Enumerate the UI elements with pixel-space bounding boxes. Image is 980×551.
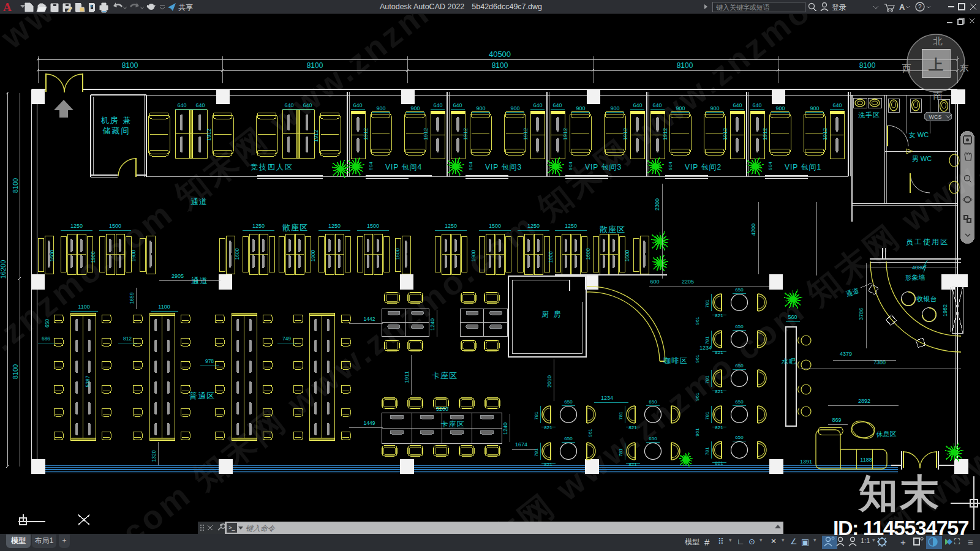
svg-text:640: 640 [177,102,186,108]
svg-text:640: 640 [303,102,312,108]
svg-text:1912: 1912 [313,130,319,142]
svg-text:686: 686 [42,335,50,342]
svg-text:8100: 8100 [307,61,323,70]
svg-text:散座区: 散座区 [599,225,625,234]
svg-text:900: 900 [676,105,685,111]
svg-text:560: 560 [788,314,797,320]
svg-text:640: 640 [752,102,761,108]
svg-text:900: 900 [610,105,619,111]
svg-text:共享: 共享 [178,3,193,12]
svg-text:900: 900 [476,105,485,111]
svg-text:北: 北 [933,36,943,46]
svg-text:8100: 8100 [492,61,508,70]
svg-text:40500: 40500 [489,50,511,59]
svg-text:东: 东 [960,62,969,73]
svg-text:1188: 1188 [860,457,872,463]
svg-text:1250: 1250 [252,223,265,229]
svg-text:1912: 1912 [762,128,768,140]
svg-text:1912: 1912 [562,128,568,140]
svg-text:咖啡区: 咖啡区 [664,356,688,365]
svg-text:2010: 2010 [546,375,552,388]
svg-text:640: 640 [652,102,662,108]
svg-text:1900: 1900 [310,250,316,261]
svg-text:640: 640 [733,102,742,108]
svg-text:650: 650 [649,399,657,405]
svg-text:1240: 1240 [429,318,435,331]
svg-text:竞技四人区: 竞技四人区 [251,163,293,171]
svg-text:640: 640 [832,102,842,108]
svg-text:2205: 2205 [682,279,694,285]
svg-text:900: 900 [510,105,519,111]
svg-text:749: 749 [282,335,291,342]
svg-text:1100: 1100 [158,304,170,310]
svg-text:知末网 www.znzmo.com 知末网 www.znzm: 知末网 www.znzmo.com 知末网 www.znzmo.com 知末网 … [0,0,889,551]
svg-text:1442: 1442 [364,316,375,322]
svg-text:812: 812 [123,335,132,342]
svg-text:961: 961 [695,317,700,325]
svg-text:978: 978 [205,358,214,364]
svg-text:1600: 1600 [234,248,240,260]
svg-text:?: ? [918,4,922,10]
svg-text:VIP 包间3: VIP 包间3 [585,163,622,171]
svg-text:904: 904 [668,162,673,170]
svg-text:1674: 1674 [515,441,527,448]
svg-text:821: 821 [715,425,723,430]
svg-text:821: 821 [544,425,552,430]
svg-text:781: 781 [533,448,539,457]
svg-text:1911: 1911 [404,371,410,383]
svg-text:1600: 1600 [624,250,630,261]
svg-text:1912: 1912 [423,128,429,140]
svg-text:1900: 1900 [548,251,554,263]
svg-text:8100: 8100 [859,61,876,70]
svg-text:7300: 7300 [873,359,886,365]
svg-text:A: A [899,2,905,12]
svg-text:1912: 1912 [206,129,212,141]
svg-text:1912: 1912 [822,128,828,140]
svg-text:900: 900 [576,105,585,111]
svg-text:1912: 1912 [522,128,529,140]
svg-text:5387: 5387 [85,375,91,387]
svg-text:厨 房: 厨 房 [541,310,562,318]
svg-text:8100: 8100 [12,178,19,193]
svg-text:1900: 1900 [90,251,96,263]
svg-text:650: 650 [44,319,50,328]
svg-text:961: 961 [695,354,700,363]
svg-text:1600: 1600 [585,248,591,260]
svg-text:散座区: 散座区 [282,223,308,232]
svg-text:1320: 1320 [151,450,157,462]
svg-text:821: 821 [715,313,723,318]
svg-text:1234: 1234 [699,345,712,351]
svg-text:卡座区: 卡座区 [432,371,458,380]
svg-text:821: 821 [628,425,637,430]
svg-text:2905: 2905 [172,273,184,279]
svg-text:收银台: 收银台 [917,295,937,302]
svg-text:781: 781 [704,411,710,420]
svg-text:1500: 1500 [489,223,501,229]
svg-text:781: 781 [704,336,710,345]
svg-text:640: 640 [533,102,542,108]
svg-text:650: 650 [649,436,657,441]
svg-text:640: 640 [195,102,205,108]
svg-text:781: 781 [704,447,710,455]
svg-text:休息区: 休息区 [876,430,897,438]
svg-text:1250: 1250 [328,223,341,229]
svg-text:形象墙: 形象墙 [905,274,925,281]
svg-text:女 WC: 女 WC [909,131,929,138]
svg-text:通道: 通道 [191,276,208,285]
svg-text:904: 904 [468,162,473,170]
svg-text:1250: 1250 [445,223,457,229]
svg-text:821: 821 [715,460,723,466]
svg-text:900: 900 [376,105,385,111]
svg-text:900: 900 [710,105,719,111]
svg-text:1912: 1912 [622,128,628,140]
svg-text:821: 821 [544,462,552,467]
svg-text:上: 上 [929,56,943,73]
svg-text:1250: 1250 [527,223,540,229]
svg-text:5200: 5200 [436,406,448,412]
svg-text:WCS: WCS [929,114,942,120]
svg-text:1600: 1600 [394,248,401,260]
svg-text:650: 650 [735,435,744,440]
svg-text:781: 781 [533,411,539,420]
svg-text:1912: 1912 [722,128,728,140]
svg-text:知末网 www.znzmo.com 知末网 www.znzm: 知末网 www.znzmo.com 知末网 www.znzmo.com 知末网 … [0,0,602,400]
